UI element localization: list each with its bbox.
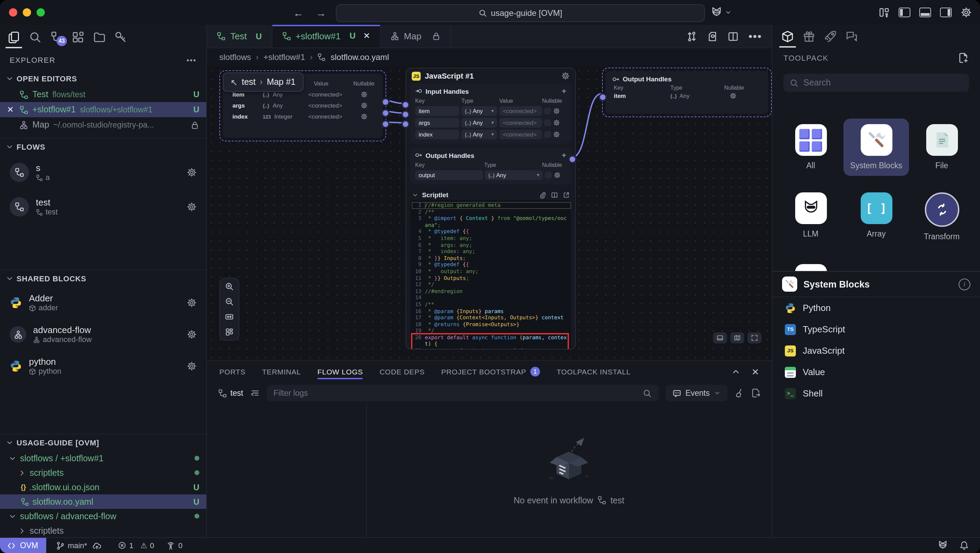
nullable-checkbox[interactable]	[544, 108, 551, 114]
log-flow-selector[interactable]: test	[218, 389, 243, 397]
auto-layout-icon[interactable]	[225, 327, 234, 337]
tree-slotflow-yaml[interactable]: slotflow.oo.yaml U	[0, 494, 206, 509]
export-logs-icon[interactable]	[751, 388, 761, 398]
docs-icon[interactable]	[551, 191, 558, 198]
output-handle-dot[interactable]	[381, 120, 390, 128]
code-line-11[interactable]: 11 * }} Outputs;	[412, 275, 571, 281]
input-handle-dot[interactable]	[401, 110, 410, 119]
type-select[interactable]: {..}Any▾	[461, 106, 497, 116]
maximize-window-button[interactable]	[37, 8, 45, 17]
zoom-out-icon[interactable]	[225, 297, 234, 306]
open-editor-map[interactable]: Map ~/.oomol-studio/registry-pa...	[0, 117, 206, 132]
tab-toolpack-install[interactable]: TOOLPACK INSTALL	[557, 361, 631, 383]
close-tab-icon[interactable]: ✕	[363, 31, 370, 41]
ports-indicator[interactable]: 0	[167, 541, 182, 550]
type-select[interactable]: {..}Any▾	[485, 170, 543, 180]
js-output-handle-dot[interactable]	[568, 155, 577, 164]
tab-slotflow[interactable]: +slotflow#1 U ✕	[272, 25, 380, 48]
forward-button[interactable]: →	[316, 6, 326, 18]
block-value[interactable]: Value	[772, 361, 980, 383]
assistant-status-icon[interactable]	[937, 540, 948, 551]
toolpack-category-array[interactable]: [ ] Array	[843, 187, 909, 248]
minimize-window-button[interactable]	[23, 8, 31, 17]
open-editor-test[interactable]: Test flows/test U	[0, 87, 206, 102]
collapse-panel-icon[interactable]	[731, 367, 740, 376]
usage-guide-header[interactable]: USAGE-GUIDE [OVM]	[0, 434, 206, 451]
minimap-button[interactable]	[730, 332, 744, 343]
breadcrumb[interactable]: slotflows› +slotflow#1› slotflow.oo.yaml	[207, 48, 772, 66]
tab-code-deps[interactable]: CODE DEPS	[380, 361, 425, 383]
code-line-3[interactable]: 3 * @import { Context } from "@oomol/typ…	[412, 215, 571, 228]
input-row-item[interactable]: item {..}Any▾ <connected>	[415, 106, 566, 116]
output-handles-node[interactable]: Output Handles Key Type Nullable item {.…	[602, 68, 772, 117]
shared-block-adder[interactable]: Adder adder	[0, 287, 206, 319]
code-line-4[interactable]: 4 * @typedef {{	[412, 229, 571, 235]
back-button[interactable]: ←	[293, 6, 304, 18]
code-line-15[interactable]: 15/**	[412, 301, 571, 308]
toolpack-category-file[interactable]: File	[909, 119, 974, 176]
fit-view-icon[interactable]	[225, 312, 234, 321]
block-shell[interactable]: >_ Shell	[772, 383, 980, 404]
input-handle-dot[interactable]	[401, 101, 410, 109]
gear-icon[interactable]	[361, 91, 368, 98]
gear-icon[interactable]	[553, 119, 560, 126]
type-select[interactable]: {..}Any▾	[461, 130, 497, 139]
nullable-checkbox[interactable]	[545, 172, 552, 179]
tree-slotflow-ui-json[interactable]: {} .slotflow.ui.oo.json U	[0, 480, 206, 494]
toggle-bottom-panel-icon[interactable]	[919, 8, 931, 17]
events-dropdown[interactable]: Events	[665, 385, 728, 401]
scriptlet-header[interactable]: Scriptlet	[406, 188, 575, 200]
filter-logs-input[interactable]: Filter logs	[267, 385, 659, 401]
command-center-search[interactable]: usage-guide [OVM]	[336, 4, 705, 22]
output-node-row-item[interactable]: item {..} Any	[606, 91, 768, 101]
toolpack-category-llm[interactable]: LLM	[778, 187, 843, 248]
attach-icon[interactable]	[539, 191, 546, 198]
code-line-17[interactable]: 17 * @param {Context<Inputs, Outputs>} c…	[412, 315, 571, 321]
tree-scriptlets-folder[interactable]: scriptlets	[0, 466, 206, 480]
code-line-8[interactable]: 8 * }} Inputs;	[412, 255, 571, 262]
code-line-21[interactable]: 21 return { output: params.index + param…	[412, 348, 571, 350]
toolpack-category-transform[interactable]: Transform	[909, 187, 974, 248]
tab-flow-logs[interactable]: FLOW LOGS	[318, 361, 363, 383]
open-preview-icon[interactable]	[707, 31, 718, 42]
map-row-index[interactable]: index 123Integer <connected>	[223, 111, 383, 122]
toggle-left-panel-icon[interactable]	[899, 8, 910, 17]
output-row-output[interactable]: output {..}Any▾	[415, 170, 566, 180]
flows-header[interactable]: FLOWS	[0, 138, 206, 155]
code-line-5[interactable]: 5 * item: any;	[412, 235, 571, 242]
remote-indicator[interactable]: OVM	[0, 538, 46, 553]
type-select[interactable]: {..}Any▾	[461, 118, 497, 127]
explorer-more-icon[interactable]: •••	[186, 56, 197, 64]
code-line-16[interactable]: 16 * @param {Inputs} params	[412, 308, 571, 315]
activity-search-icon[interactable]	[28, 29, 42, 46]
notifications-bell-icon[interactable]	[959, 540, 969, 550]
code-line-7[interactable]: 7 * index: any;	[412, 248, 571, 255]
map-row-args[interactable]: args {..}Any <connected>	[223, 100, 383, 111]
javascript-node[interactable]: JS JavaScript #1 Input Handles + Key	[406, 68, 576, 350]
code-line-19[interactable]: 19 */	[412, 328, 571, 334]
toolpack-category-all[interactable]: All	[778, 119, 843, 176]
clear-logs-icon[interactable]	[735, 388, 744, 398]
toolpack-category-partial-1[interactable]	[778, 259, 843, 271]
code-line-14[interactable]: 14	[412, 295, 571, 301]
toolpack-search-input[interactable]: Search	[783, 74, 969, 92]
chat-tab-icon[interactable]	[845, 28, 859, 45]
activity-extensions-icon[interactable]	[71, 29, 85, 46]
activity-explorer-icon[interactable]	[7, 29, 21, 46]
git-branch-indicator[interactable]: main*	[56, 541, 101, 550]
gear-icon[interactable]	[187, 298, 197, 308]
zoom-in-icon[interactable]	[225, 282, 234, 291]
code-editor[interactable]: 1//#region generated meta2/**3 * @import…	[410, 200, 571, 350]
gear-icon[interactable]	[187, 202, 197, 212]
input-handle-dot[interactable]	[401, 120, 410, 128]
activity-folder-icon[interactable]	[92, 29, 106, 46]
toolpack-category-system-blocks[interactable]: System Blocks	[843, 119, 909, 176]
fullscreen-button[interactable]	[748, 332, 761, 343]
gear-icon[interactable]	[361, 113, 368, 120]
close-window-button[interactable]	[9, 8, 17, 17]
tab-terminal[interactable]: TERMINAL	[262, 361, 301, 383]
code-line-2[interactable]: 2/**	[412, 208, 571, 215]
console-view-button[interactable]	[713, 332, 727, 343]
output-handle-dot[interactable]	[381, 98, 390, 106]
nullable-checkbox[interactable]	[544, 131, 551, 138]
